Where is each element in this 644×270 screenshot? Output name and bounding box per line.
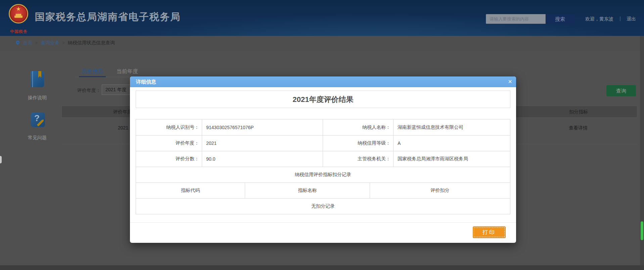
table-row: 纳税信用评价指标扣分记录 (136, 167, 510, 182)
column-eval-year: 评价年度 (113, 109, 132, 115)
sidebar-item-faq[interactable]: 常见问题 (22, 135, 52, 141)
eval-score-value: 90.0 (202, 151, 323, 167)
print-button[interactable]: 打印 (473, 226, 506, 238)
tax-emblem-icon: ★ (9, 4, 28, 23)
eval-year-value: 2021 (202, 136, 323, 151)
emblem-gate-icon (14, 14, 22, 18)
dialog-header: 详细信息 × (130, 76, 516, 87)
breadcrumb: 首页 > 查询业务 > 纳税信用状态信息查询 (0, 36, 644, 51)
app-header: ★ 中国税务 国家税务总局湖南省电子税务局 搜索 欢迎，黄东波 | 退出 (0, 0, 644, 36)
column-indicator-code: 指标代码 (136, 183, 245, 198)
table-row: 指标代码 指标名称 评价扣分 (136, 182, 510, 198)
welcome-text: 欢迎，黄东波 (585, 16, 613, 22)
query-button[interactable]: 查询 (606, 85, 636, 96)
question-pencil-icon[interactable]: ? (31, 112, 45, 127)
logo-subtext: 中国税务 (7, 29, 30, 35)
column-indicator-name: 指标名称 (245, 183, 370, 198)
no-deduction-record: 无扣分记录 (136, 199, 510, 214)
logout-link[interactable]: 退出 (627, 16, 636, 22)
eval-year-label: 评价年度： (77, 88, 101, 94)
table-row: 评价年度： 2021 纳税信用等级： A (136, 135, 510, 151)
tab-current-year[interactable]: 当前年度 (117, 68, 138, 75)
app-title: 国家税务总局湖南省电子税务局 (35, 10, 181, 24)
panel-handle[interactable] (0, 156, 2, 163)
scrollbar[interactable] (640, 36, 644, 270)
footer-divider (130, 222, 516, 223)
eval-year-label: 评价年度： (136, 136, 202, 151)
taxpayer-name-label: 纳税人名称： (323, 119, 393, 135)
eval-score-label: 评价分数： (136, 151, 202, 167)
tax-authority-label: 主管税务机关： (323, 151, 393, 167)
credit-grade-value: A (393, 136, 510, 151)
search-input[interactable] (486, 14, 546, 24)
column-deduction-indicator: 扣分指标 (569, 109, 588, 115)
taxpayer-name-value: 湖南新蓝恒成信息技术有限公司 (393, 119, 510, 135)
bookmark-icon (38, 71, 41, 78)
star-icon: ★ (10, 6, 27, 12)
row-eval-year: 2021 (118, 125, 128, 130)
table-row: 无扣分记录 (136, 198, 510, 214)
credit-grade-label: 纳税信用等级： (323, 136, 393, 151)
page: ★ 中国税务 国家税务总局湖南省电子税务局 搜索 欢迎，黄东波 | 退出 首页 … (0, 0, 644, 270)
close-icon[interactable]: × (508, 76, 512, 87)
dialog-title: 详细信息 (136, 76, 156, 87)
result-title: 2021年度评价结果 (136, 91, 510, 108)
active-tab-underline (79, 76, 106, 77)
taxpayer-id-value: 91430302576571076P (202, 119, 323, 135)
breadcrumb-current: 纳税信用状态信息查询 (68, 40, 115, 46)
column-eval-deduction: 评价扣分 (370, 183, 510, 198)
sidebar-item-manual[interactable]: 操作说明 (22, 95, 52, 101)
book-icon[interactable] (31, 71, 44, 87)
header-separator: | (619, 15, 621, 21)
breadcrumb-separator: > (62, 41, 65, 45)
evaluation-table: 纳税人识别号： 91430302576571076P 纳税人名称： 湖南新蓝恒成… (136, 119, 510, 214)
scrollbar-thumb[interactable] (641, 221, 643, 240)
table-row: 纳税人识别号： 91430302576571076P 纳税人名称： 湖南新蓝恒成… (136, 119, 510, 135)
detail-dialog: 详细信息 × 2021年度评价结果 纳税人识别号： 91430302576571… (130, 76, 516, 243)
tab-history[interactable]: 历史信息 (82, 68, 103, 75)
taxpayer-id-label: 纳税人识别号： (136, 119, 202, 135)
search-button[interactable]: 搜索 (546, 14, 574, 24)
deduction-section-title: 纳税信用评价指标扣分记录 (136, 167, 510, 182)
location-pin-icon (15, 40, 20, 46)
breadcrumb-home[interactable]: 首页 (23, 40, 32, 46)
breadcrumb-separator: > (35, 41, 38, 45)
table-row: 评价分数： 90.0 主管税务机关： 国家税务总局湘潭市雨湖区税务局 (136, 151, 510, 167)
view-details-link[interactable]: 查看详情 (569, 125, 588, 131)
breadcrumb-query-business[interactable]: 查询业务 (41, 40, 59, 46)
tax-authority-value: 国家税务总局湘潭市雨湖区税务局 (393, 151, 510, 167)
bottom-strip (0, 265, 644, 270)
